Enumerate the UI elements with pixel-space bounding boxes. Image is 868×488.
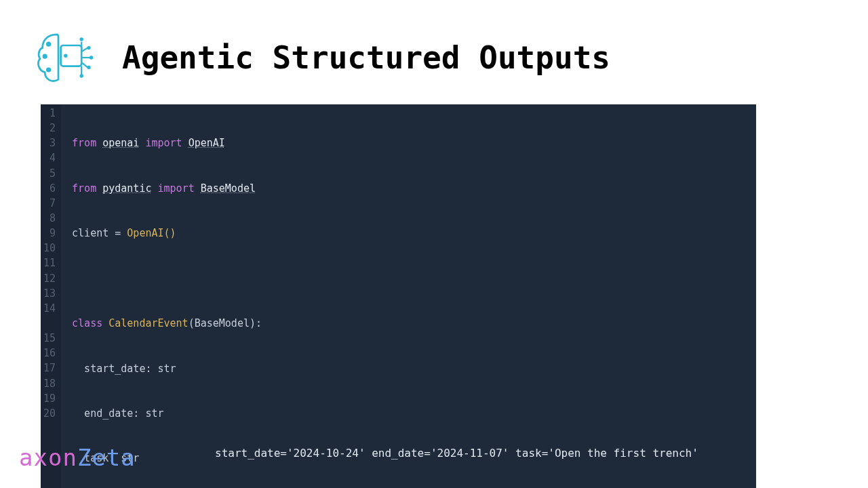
line-number	[43, 316, 56, 331]
line-number: 10	[43, 241, 56, 256]
line-number: 7	[43, 196, 56, 211]
line-number: 6	[43, 181, 56, 196]
keyword: from	[72, 137, 96, 149]
line-number: 18	[43, 376, 56, 391]
output-result: start_date='2024-10-24' end_date='2024-1…	[207, 441, 756, 466]
line-number: 2	[43, 121, 56, 136]
header: Agentic Structured Outputs	[0, 0, 868, 100]
line-number: 12	[43, 271, 56, 286]
line-number: 16	[43, 346, 56, 361]
svg-point-4	[64, 54, 67, 58]
line-number: 13	[43, 286, 56, 301]
base: (BaseModel):	[189, 317, 262, 329]
keyword: from	[72, 182, 96, 195]
svg-point-0	[47, 43, 50, 45]
svg-point-2	[47, 68, 50, 72]
line-number: 20	[43, 406, 56, 421]
line-number: 8	[43, 211, 56, 226]
line-number: 4	[43, 150, 56, 165]
line-number: 14	[43, 301, 56, 316]
var: client	[72, 227, 108, 239]
line-number: 5	[43, 166, 56, 181]
line-number: 9	[43, 226, 56, 241]
symbol: OpenAI	[189, 137, 225, 149]
code-line: end_date: str	[72, 406, 756, 421]
classname: CalendarEvent	[108, 317, 188, 329]
call: OpenAI()	[127, 227, 176, 239]
code-line: start_date: str	[72, 361, 756, 376]
brand-part1: axon	[19, 444, 77, 471]
module: pydantic	[102, 182, 151, 195]
line-number: 19	[43, 391, 56, 406]
line-number: 1	[43, 106, 56, 121]
svg-line-13	[81, 62, 87, 67]
line-number: 15	[43, 331, 56, 346]
svg-point-1	[43, 55, 46, 58]
brand-part2: Zeta	[77, 444, 136, 471]
line-number: 11	[43, 256, 56, 270]
symbol: BaseModel	[201, 182, 256, 195]
brand-logo: axonZeta	[19, 444, 136, 471]
brain-chip-icon	[34, 27, 95, 88]
line-number: 3	[43, 136, 56, 150]
svg-point-5	[80, 37, 83, 41]
keyword: class	[72, 317, 102, 329]
module: openai	[102, 137, 139, 149]
line-number: 17	[43, 361, 56, 375]
keyword: import	[158, 182, 195, 195]
op: =	[108, 227, 127, 239]
code-content[interactable]: from openai import OpenAI from pydantic …	[61, 104, 756, 488]
keyword: import	[145, 137, 182, 149]
page-title: Agentic Structured Outputs	[122, 39, 610, 76]
code-editor: 1 2 3 4 5 6 7 8 9 10 11 12 13 14 15 16 1…	[41, 104, 756, 488]
line-gutter: 1 2 3 4 5 6 7 8 9 10 11 12 13 14 15 16 1…	[41, 104, 61, 488]
